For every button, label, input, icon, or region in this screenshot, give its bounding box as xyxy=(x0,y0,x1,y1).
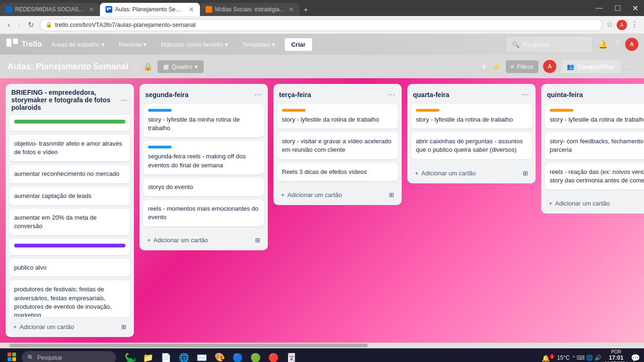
start-button[interactable] xyxy=(4,351,20,362)
card-bar-purple xyxy=(14,244,125,247)
card-terca-1[interactable]: story - lyfestile da rotina de trabalho xyxy=(277,104,398,129)
compartilhar-button[interactable]: 👥 Compartilhar xyxy=(561,60,621,73)
card-quarta-1[interactable]: story - lyfestile da rotina de trabalho xyxy=(411,104,532,129)
add-card-quinta[interactable]: + Adicionar um cartão ⊞ xyxy=(545,197,644,210)
forward-button[interactable]: › xyxy=(16,20,22,30)
back-button[interactable]: ‹ xyxy=(6,20,12,30)
board-more-button[interactable]: ··· xyxy=(626,60,636,74)
lock-icon: 🔒 xyxy=(46,22,52,28)
card-briefing-3[interactable]: aumentar reconhecimento no mercado xyxy=(9,165,130,183)
card-segunda-1[interactable]: story - lyfestile da minha rotina de tra… xyxy=(143,104,264,137)
taskbar-clock[interactable]: POR 17:01 01/07/2024 xyxy=(604,349,628,362)
reload-button[interactable]: ↻ xyxy=(26,19,36,30)
lock-icon[interactable]: 🔒 xyxy=(143,62,153,71)
taskbar-edge[interactable]: 🌐 xyxy=(175,349,192,362)
taskbar-note[interactable]: 📄 xyxy=(157,349,174,362)
list-quarta-title: quarta-feira xyxy=(413,91,521,99)
card-terca-2[interactable]: story - visitar e gravar a vídeo acelera… xyxy=(277,132,398,159)
tab-3-close[interactable]: ✕ xyxy=(289,6,294,13)
taskbar-chrome-2[interactable]: 🟢 xyxy=(247,349,264,362)
plus-icon: + xyxy=(281,191,285,198)
list-quarta: quarta-feira ··· story - lyfestile da ro… xyxy=(407,84,536,183)
taskbar-dino[interactable]: 🦕 xyxy=(122,349,139,362)
card-quinta-2[interactable]: story- com feedbacks, fechamento de parc… xyxy=(545,132,644,159)
card-text: segunda-feira reels - making off dos eve… xyxy=(148,153,246,168)
card-quarta-2[interactable]: abrir caixinhas de perguntas - assuntos … xyxy=(411,132,532,159)
svg-rect-0 xyxy=(107,8,109,10)
view-icon: ▦ xyxy=(163,63,169,70)
card-briefing-1[interactable] xyxy=(9,115,130,131)
nav-recente[interactable]: Recente ▾ xyxy=(114,39,151,50)
add-card-segunda[interactable]: + Adicionar um cartão ⊞ xyxy=(143,234,264,247)
nav-areas-trabalho[interactable]: Áreas de trabalho ▾ xyxy=(47,39,109,50)
trello-logo[interactable]: Trello xyxy=(6,38,42,51)
card-quinta-1[interactable]: story - lyfestile da rotina de trabalho xyxy=(545,104,644,129)
list-briefing-more[interactable]: ··· xyxy=(119,94,128,106)
taskbar-chrome-1[interactable]: 🔵 xyxy=(229,349,246,362)
taskbar-figma[interactable]: 🎨 xyxy=(211,349,228,362)
add-card-briefing[interactable]: + Adicionar um cartão ⊞ xyxy=(9,321,130,333)
list-segunda-more[interactable]: ··· xyxy=(253,89,262,100)
tab-2[interactable]: Aulas: Planejamento Semanal | ✕ xyxy=(100,3,200,16)
card-segunda-2[interactable]: segunda-feira reels - making off dos eve… xyxy=(143,141,264,174)
star-icon[interactable]: ☆ xyxy=(133,62,140,71)
nav-favorito-label: Marcado como favorito ▾ xyxy=(161,41,228,48)
card-briefing-4[interactable]: aumentar captação de leads xyxy=(9,187,130,205)
scrollbar-thumb[interactable] xyxy=(9,344,368,347)
taskbar-search[interactable]: 🔍 Pesquisar xyxy=(22,351,116,362)
taskbar-chat-icon[interactable]: 💬 xyxy=(631,354,640,362)
list-terca-more[interactable]: ··· xyxy=(387,89,396,100)
tab-3-icon xyxy=(206,6,212,13)
bolt-icon[interactable]: ⚡ xyxy=(492,62,501,71)
card-briefing-7[interactable]: publico alvo xyxy=(9,259,130,277)
nav-templates[interactable]: Templates ▾ xyxy=(238,39,280,50)
notification-icon[interactable]: 🔔 xyxy=(596,38,610,51)
card-segunda-3[interactable]: storys do evento xyxy=(143,178,264,196)
card-text: abrir caixinhas de perguntas - assuntos … xyxy=(416,138,523,153)
taskbar-notification[interactable]: 🔔1 xyxy=(542,354,554,362)
card-briefing-6[interactable] xyxy=(9,239,130,255)
taskbar-cards[interactable]: 🃏 xyxy=(283,349,300,362)
criar-button[interactable]: Criar xyxy=(285,38,312,51)
tab-2-close[interactable]: ✕ xyxy=(189,6,194,13)
taskbar-explorer[interactable]: 📁 xyxy=(140,349,157,362)
settings-icon[interactable]: ⋮ xyxy=(631,20,638,30)
card-terca-3[interactable]: Reels 3 dicas de efeitos vídeos xyxy=(277,163,398,181)
taskbar-mail[interactable]: ✉️ xyxy=(193,349,210,362)
taskbar-chrome-3[interactable]: 🔴 xyxy=(265,349,282,362)
tab-1-icon xyxy=(6,6,12,13)
card-segunda-4[interactable]: reels - momentos mais emocionantes do ev… xyxy=(143,200,264,226)
list-segunda-content: story - lyfestile da minha rotina de tra… xyxy=(140,104,268,230)
network-icon: 🌐 xyxy=(586,354,593,361)
add-card-quarta[interactable]: + Adicionar um cartão ⊞ xyxy=(411,167,532,180)
maximize-button[interactable]: ☐ xyxy=(612,2,623,15)
tab-1-close[interactable]: ✕ xyxy=(89,6,94,13)
card-briefing-8[interactable]: produtores de festivais; festas de anive… xyxy=(9,280,130,317)
add-card-terca[interactable]: + Adicionar um cartão ⊞ xyxy=(277,189,398,201)
board-avatar[interactable]: A xyxy=(543,60,556,73)
view-button[interactable]: ▦ Quadro ▾ xyxy=(157,60,204,73)
address-bar-actions: ☆ A ⋮ xyxy=(606,20,638,30)
card-quinta-3[interactable]: reels - reação das (ex: noivos vendo os … xyxy=(545,163,644,189)
minimize-button[interactable]: — xyxy=(594,2,605,14)
list-terca-header: terça-feira ··· xyxy=(273,84,402,104)
filtros-button[interactable]: ≡ Filtros xyxy=(506,60,538,73)
tab-2-label: Aulas: Planejamento Semanal | xyxy=(115,6,186,13)
card-briefing-2[interactable]: objetivo- trasnmitir afeto e amor atravé… xyxy=(9,135,130,161)
nav-favorito[interactable]: Marcado como favorito ▾ xyxy=(156,39,233,50)
close-window-button[interactable]: ✕ xyxy=(630,2,640,15)
tab-1[interactable]: REDES/MIDIAS SOCIAS - Docu... ✕ xyxy=(0,3,100,16)
tab-3[interactable]: Mídias Sociais: estratégias para ✕ xyxy=(200,3,300,16)
nav-avatar[interactable]: A xyxy=(625,38,638,51)
bookmark-icon[interactable]: ☆ xyxy=(606,20,613,30)
nav-search[interactable]: 🔍 Pesquisar xyxy=(507,37,592,51)
new-tab-button[interactable]: + xyxy=(300,4,312,16)
list-quarta-more[interactable]: ··· xyxy=(521,89,530,100)
card-briefing-5[interactable]: aumentar em 20% da meta de conversão xyxy=(9,209,130,235)
url-bar[interactable]: 🔒 trello.com/b/oVTA3fo7/aulas-planejamen… xyxy=(40,19,603,31)
chevron-up-icon[interactable]: ^ xyxy=(572,354,575,361)
board-title[interactable]: Aulas: Planejamento Semanal xyxy=(8,62,128,72)
profile-icon[interactable]: A xyxy=(617,20,627,30)
send-icon[interactable]: ✈ xyxy=(481,62,487,71)
help-icon[interactable]: ? xyxy=(613,38,621,50)
